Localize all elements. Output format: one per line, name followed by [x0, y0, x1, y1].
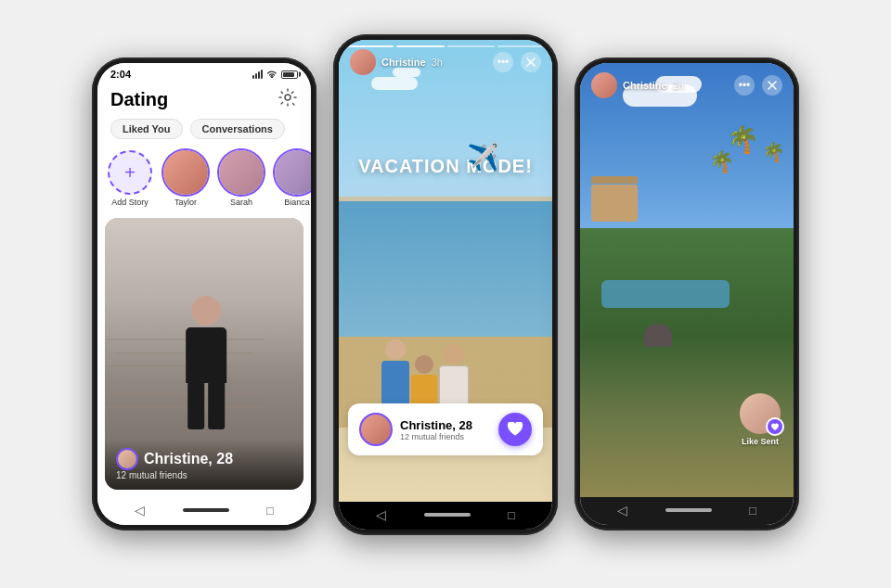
- tab-liked-you[interactable]: Liked You: [110, 119, 183, 139]
- nav-square-1[interactable]: □: [266, 504, 274, 518]
- nav-back-2[interactable]: ◁: [376, 507, 386, 522]
- app-header: Dating: [97, 82, 311, 115]
- phone-3: 🌴 🌴 🌴: [575, 58, 799, 530]
- gear-icon: [278, 87, 298, 108]
- story-profile-left: Christine, 28 12 mutual friends: [359, 413, 472, 446]
- palm-tree-2: 🌴: [727, 124, 759, 150]
- battery-icon: [281, 70, 298, 79]
- story-item-add[interactable]: + Add Story: [107, 150, 153, 207]
- story-label-taylor: Taylor: [174, 198, 197, 207]
- story-label-bianca: Bianca: [284, 198, 310, 207]
- like-button[interactable]: [498, 413, 532, 446]
- like-sent-heart: [766, 417, 784, 436]
- story-avatar-3: [591, 72, 617, 98]
- nav-back-1[interactable]: ◁: [135, 503, 145, 518]
- palm-tree-3: 🌴: [709, 150, 734, 170]
- wifi-icon: [265, 70, 278, 79]
- phones-container: 2:04 Dat: [73, 34, 818, 554]
- heart-icon: [507, 422, 523, 437]
- story-profile-avatar: [359, 413, 393, 446]
- home-bar-2[interactable]: [424, 513, 471, 517]
- story-close-btn-3[interactable]: [762, 75, 782, 96]
- profile-name-row: Christine, 28: [116, 448, 292, 470]
- story-time: 3h: [432, 57, 443, 68]
- story-item-sarah[interactable]: Sarah: [218, 150, 265, 207]
- status-icons-1: [252, 70, 298, 79]
- phone-3-screen: 🌴 🌴 🌴: [580, 63, 794, 525]
- status-bar-1: 2:04: [97, 63, 311, 82]
- close-icon: [526, 58, 536, 67]
- story-avatar-sarah: [219, 150, 264, 195]
- profile-mini-avatar: [116, 448, 138, 470]
- resort-view: 🌴 🌴 🌴: [580, 63, 794, 497]
- tab-conversations[interactable]: Conversations: [190, 119, 285, 139]
- like-sent-overlay: Like Sent: [740, 393, 781, 446]
- profile-mutual: 12 mutual friends: [116, 470, 292, 480]
- palm-tree-1: 🌴: [762, 141, 785, 159]
- nav-square-3[interactable]: □: [749, 504, 756, 518]
- vacation-mode-text: VACATION MODE!: [339, 156, 552, 177]
- profile-info-overlay: Christine, 28 12 mutual friends: [105, 439, 303, 490]
- story-close-btn[interactable]: [521, 52, 541, 72]
- story-avatar-taylor: [163, 150, 208, 195]
- story-actions-2: •••: [493, 52, 541, 72]
- profile-figure: [186, 296, 226, 429]
- story-label-add: Add Story: [111, 198, 148, 207]
- bottom-nav-2: ◁ □: [339, 502, 552, 530]
- story-view: Christine 3h ••• VACATION: [339, 40, 552, 502]
- home-bar-1[interactable]: [183, 508, 229, 512]
- like-sent-avatar: [740, 393, 781, 434]
- story-header-2: Christine 3h •••: [339, 40, 552, 81]
- nav-back-3[interactable]: ◁: [617, 503, 627, 518]
- tab-pills: Liked You Conversations: [97, 115, 311, 143]
- airplane-emoji: ✈️: [467, 142, 499, 173]
- story-more-btn-3[interactable]: •••: [734, 75, 755, 96]
- story-more-btn[interactable]: •••: [493, 52, 513, 72]
- add-story-avatar: +: [108, 150, 152, 195]
- profile-card[interactable]: Christine, 28 12 mutual friends: [105, 218, 303, 490]
- story-label-sarah: Sarah: [230, 198, 252, 207]
- settings-button[interactable]: [278, 87, 298, 111]
- story-actions-3: •••: [734, 75, 782, 96]
- phone-2: Christine 3h ••• VACATION: [333, 34, 558, 535]
- story-time-3: 2h: [673, 80, 684, 91]
- svg-point-0: [285, 95, 291, 100]
- story-item-bianca[interactable]: Bianca: [274, 150, 311, 207]
- app-title: Dating: [110, 89, 168, 110]
- profile-card-bg: Christine, 28 12 mutual friends: [105, 218, 303, 490]
- phone-2-screen: Christine 3h ••• VACATION: [339, 40, 552, 530]
- story-username: Christine: [381, 57, 426, 68]
- like-sent-label: Like Sent: [742, 437, 779, 446]
- phone-1-screen: 2:04 Dat: [97, 63, 311, 525]
- story-profile-mutual: 12 mutual friends: [400, 432, 472, 441]
- story-item-taylor[interactable]: Taylor: [162, 150, 209, 207]
- story-avatar-bianca: [275, 150, 311, 195]
- story-avatar-2: [350, 49, 376, 75]
- story-profile-name: Christine, 28: [400, 418, 472, 432]
- story-row: + Add Story Taylor Sarah Bianca: [97, 143, 311, 214]
- heart-icon-sent: [770, 423, 780, 431]
- bottom-nav-1: ◁ □: [97, 497, 311, 525]
- profile-name-age: Christine, 28: [144, 451, 233, 467]
- story-profile-card: Christine, 28 12 mutual friends: [348, 403, 543, 455]
- story-user-info: Christine 3h: [350, 49, 443, 75]
- bottom-nav-3: ◁ □: [580, 497, 794, 525]
- phone-1: 2:04 Dat: [92, 58, 316, 530]
- story-header-3: Christine 2h •••: [580, 63, 794, 104]
- time-display-1: 2:04: [110, 69, 131, 80]
- nav-square-2[interactable]: □: [508, 508, 515, 522]
- story-user-info-3: Christine 2h: [591, 72, 684, 98]
- story-username-3: Christine: [623, 80, 667, 91]
- signal-icon: [252, 70, 263, 79]
- home-bar-3[interactable]: [665, 508, 712, 512]
- close-icon-3: [768, 81, 777, 90]
